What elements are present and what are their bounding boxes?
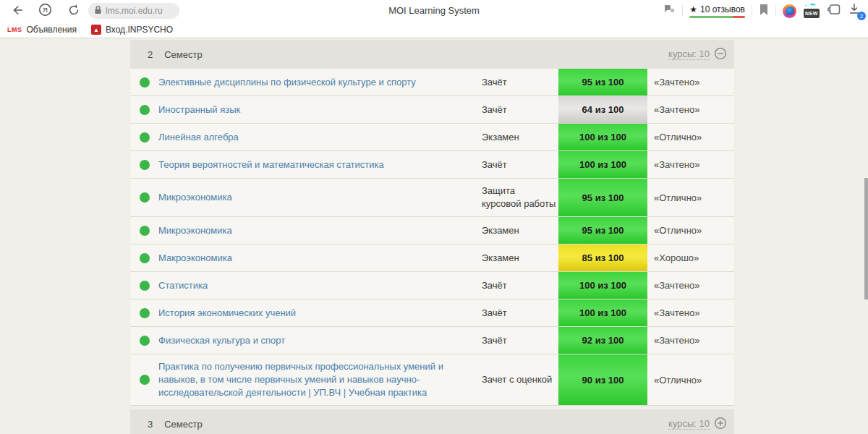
score-badge: 100 из 100: [558, 124, 647, 150]
scrollbar-thumb[interactable]: [864, 178, 868, 299]
score-badge: 92 из 100: [558, 327, 647, 354]
downloads-button[interactable]: 2: [848, 3, 864, 19]
course-name-cell: Теория вероятностей и математическая ста…: [158, 151, 482, 178]
course-link[interactable]: Практика по получению первичных професси…: [158, 360, 473, 399]
status-dot-icon: [140, 160, 150, 170]
status-dot-icon: [140, 375, 150, 385]
courses-count-link[interactable]: курсы: 10: [668, 48, 710, 60]
course-link[interactable]: Элективные дисциплины по физической куль…: [158, 76, 416, 89]
table-row: Физическая культура и спортЗачёт92 из 10…: [130, 327, 734, 354]
semester-number: 2: [148, 49, 153, 60]
score-cell: 85 из 100: [558, 244, 647, 271]
status-dot-icon: [140, 308, 150, 318]
status-cell: [130, 217, 158, 244]
status-dot-icon: [140, 132, 150, 142]
grade-text: «Отлично»: [647, 179, 734, 216]
extension-new-icon[interactable]: NEW: [803, 4, 820, 18]
refresh-button[interactable]: [65, 3, 82, 19]
course-link[interactable]: Линейная алгебра: [158, 131, 239, 144]
score-cell: 100 из 100: [558, 272, 647, 299]
table-row: МикроэкономикаЗащита курсовой работы95 и…: [130, 179, 734, 217]
status-cell: [130, 327, 158, 354]
course-link[interactable]: Иностранный язык: [158, 103, 240, 116]
score-badge: 95 из 100: [558, 69, 647, 95]
score-badge: 95 из 100: [558, 217, 647, 244]
assessment-type: Зачёт: [482, 327, 558, 354]
star-icon: ★: [689, 4, 697, 14]
back-button[interactable]: [9, 3, 26, 19]
bookmark-flag-icon[interactable]: [759, 4, 769, 19]
lms-favicon: LMS: [7, 26, 22, 33]
address-bar[interactable]: lms.moi.edu.ru: [88, 3, 179, 19]
grades-table: 2 Семестр курсы: 10 Элективные дисциплин…: [130, 40, 734, 434]
score-badge: 100 из 100: [558, 151, 647, 178]
status-cell: [130, 151, 158, 178]
table-row: Элективные дисциплины по физической куль…: [130, 69, 734, 96]
semester-label: Семестр: [164, 49, 202, 60]
url-text: lms.moi.edu.ru: [106, 6, 163, 16]
status-cell: [130, 272, 158, 299]
downloads-count-badge: 2: [857, 12, 866, 20]
course-link[interactable]: Теория вероятностей и математическая ста…: [158, 158, 384, 171]
score-cell: 95 из 100: [558, 69, 647, 95]
new-badge-label: NEW: [804, 9, 820, 18]
assessment-type: Защита курсовой работы: [482, 179, 558, 216]
course-name-cell: Иностранный язык: [158, 96, 482, 123]
score-badge: 100 из 100: [558, 272, 647, 299]
course-name-cell: Макроэкономика: [158, 244, 482, 271]
status-dot-icon: [140, 336, 150, 346]
course-link[interactable]: Статистика: [158, 279, 208, 292]
grade-text: «Зачтено»: [647, 96, 734, 123]
score-cell: 95 из 100: [558, 179, 647, 216]
score-cell: 100 из 100: [558, 299, 647, 326]
browser-window: Я lms.moi.edu.ru MOI Learning System ★ 1: [0, 0, 868, 434]
course-link[interactable]: Физическая культура и спорт: [158, 334, 285, 347]
extension-browser-icon[interactable]: [783, 4, 796, 18]
yandex-icon: Я: [38, 3, 52, 19]
bookmark-label: Вход.INPSYCHO: [106, 25, 173, 35]
score-badge: 100 из 100: [558, 299, 647, 326]
table-row: Теория вероятностей и математическая ста…: [130, 151, 734, 179]
collapse-semester-button[interactable]: [714, 47, 727, 62]
course-name-cell: Линейная алгебра: [158, 124, 482, 150]
semester-header: 2 Семестр курсы: 10: [130, 40, 734, 69]
course-link[interactable]: Макроэкономика: [158, 252, 232, 265]
plus-circle-icon: [714, 417, 727, 432]
status-dot-icon: [140, 281, 150, 291]
grade-text: «Отлично»: [647, 354, 734, 405]
table-row: МикроэкономикаЭкзамен95 из 100«Отлично»: [130, 217, 734, 244]
reviews-rating[interactable]: ★ 10 отзывов: [689, 4, 745, 18]
expand-semester-button[interactable]: [714, 417, 727, 432]
page-content: 2 Семестр курсы: 10 Элективные дисциплин…: [0, 39, 868, 434]
bookmark-label: Объявления: [27, 25, 77, 35]
status-cell: [130, 124, 158, 150]
score-cell: 64 из 100: [558, 96, 647, 123]
course-rows: Элективные дисциплины по физической куль…: [130, 69, 734, 406]
course-link[interactable]: Микроэкономика: [158, 224, 232, 237]
status-dot-icon: [140, 253, 150, 263]
score-cell: 95 из 100: [558, 217, 647, 244]
bookmark-item-announcements[interactable]: LMS Объявления: [7, 25, 77, 35]
collections-icon[interactable]: [827, 3, 841, 19]
bookmark-item-inpsycho[interactable]: ▲ Вход.INPSYCHO: [91, 25, 173, 35]
course-name-cell: Статистика: [158, 272, 482, 299]
grade-text: «Зачтено»: [647, 151, 734, 178]
assessment-type: Зачёт: [482, 96, 558, 123]
grade-text: «Зачтено»: [647, 327, 734, 354]
bookmarks-bar: LMS Объявления ▲ Вход.INPSYCHO: [0, 22, 868, 38]
status-cell: [130, 244, 158, 271]
semester-label: Семестр: [164, 419, 202, 430]
course-name-cell: Практика по получению первичных професси…: [158, 354, 482, 405]
score-badge: 95 из 100: [558, 179, 647, 216]
yandex-home-button[interactable]: Я: [36, 3, 54, 19]
assessment-type: Зачёт: [482, 151, 558, 178]
semester-number: 3: [148, 419, 153, 430]
course-link[interactable]: История экономических учений: [158, 307, 296, 320]
toolbar-divider: [775, 5, 776, 17]
course-link[interactable]: Микроэкономика: [158, 191, 232, 204]
courses-count-link[interactable]: курсы: 10: [668, 418, 710, 430]
score-badge: 90 из 100: [558, 354, 647, 405]
refresh-icon: [67, 4, 80, 19]
score-cell: 100 из 100: [558, 124, 647, 150]
protect-icon[interactable]: [663, 4, 676, 18]
